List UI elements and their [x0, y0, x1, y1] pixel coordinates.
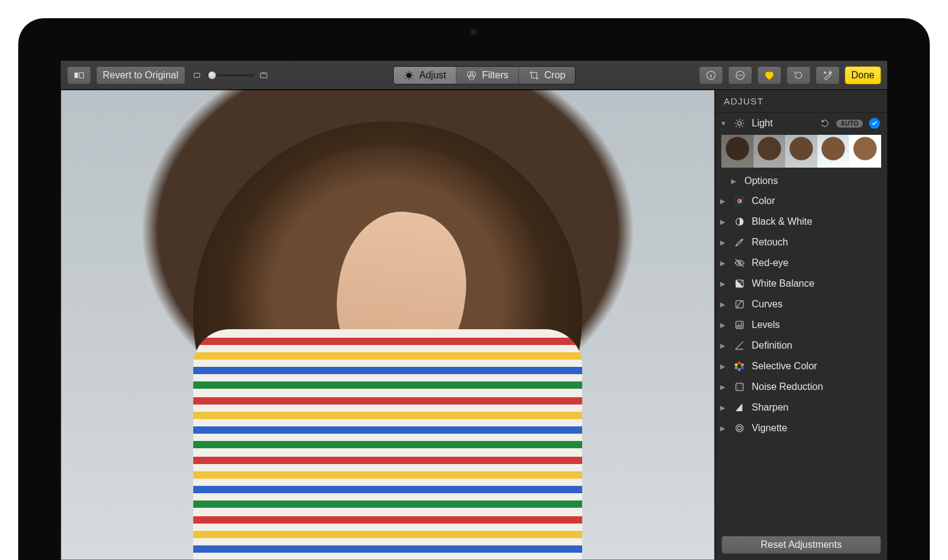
- light-preview-strip[interactable]: [715, 134, 887, 171]
- tab-filters[interactable]: Filters: [456, 67, 519, 84]
- light-options-label: Options: [744, 176, 880, 186]
- adjust-icon: [404, 70, 414, 81]
- revert-button[interactable]: Revert to Original: [96, 66, 185, 84]
- zoom-track[interactable]: [206, 74, 255, 77]
- compare-toggle-button[interactable]: [67, 66, 91, 84]
- light-thumb-2[interactable]: [754, 135, 786, 168]
- photo-subject-hair: [193, 121, 582, 510]
- svg-point-13: [738, 121, 741, 125]
- adjust-section-redeye[interactable]: ▶ Red-eye: [715, 253, 887, 273]
- svg-point-25: [741, 384, 742, 385]
- svg-rect-0: [75, 72, 78, 78]
- adjust-section-retouch[interactable]: ▶ Retouch: [715, 232, 887, 253]
- rotate-button[interactable]: [786, 66, 811, 84]
- adjust-section-light[interactable]: ▼ Light AUTO: [715, 113, 887, 134]
- selective-color-icon: [733, 360, 746, 372]
- svg-rect-3: [260, 72, 267, 77]
- laptop-frame: Revert to Original: [0, 0, 948, 560]
- auto-enhance-button[interactable]: [816, 66, 840, 84]
- light-thumb-1[interactable]: [721, 135, 754, 168]
- webcam: [470, 28, 478, 36]
- adjust-section-selcolor[interactable]: ▶ Selective Color: [715, 356, 887, 377]
- adjust-section-vignette[interactable]: ▶ Vignette: [715, 418, 887, 439]
- favorite-button[interactable]: [757, 66, 781, 84]
- info-button[interactable]: [699, 66, 723, 84]
- color-label: Color: [752, 196, 880, 207]
- disclosure-icon: ▶: [720, 239, 727, 246]
- light-thumb-3[interactable]: [785, 135, 817, 168]
- disclosure-icon: ▶: [720, 425, 727, 432]
- definition-label: Definition: [752, 340, 880, 351]
- light-thumb-4[interactable]: [817, 135, 850, 168]
- definition-icon: [733, 340, 746, 352]
- svg-rect-19: [736, 383, 743, 391]
- app-window: Revert to Original: [61, 61, 887, 560]
- vignette-label: Vignette: [752, 423, 880, 434]
- adjust-section-sharpen[interactable]: ▶ Sharpen: [715, 397, 887, 418]
- zoom-out-icon: [193, 71, 201, 80]
- adjust-section-bw[interactable]: ▶ Black & White: [715, 211, 887, 232]
- done-button[interactable]: Done: [845, 66, 881, 84]
- svg-point-26: [736, 425, 743, 432]
- light-options-row[interactable]: ▶ Options: [715, 171, 887, 191]
- photo-canvas[interactable]: [61, 90, 715, 560]
- adjust-section-color[interactable]: ▶ Color: [715, 191, 887, 211]
- zoom-slider[interactable]: [190, 71, 270, 80]
- info-icon: [706, 70, 716, 81]
- adjust-section-definition[interactable]: ▶ Definition: [715, 335, 887, 356]
- svg-point-12: [741, 75, 743, 76]
- levels-label: Levels: [752, 319, 880, 330]
- color-icon: [733, 195, 746, 207]
- enabled-checkmark[interactable]: [869, 118, 880, 129]
- adjust-section-wb[interactable]: ▶ White Balance: [715, 273, 887, 294]
- undo-icon[interactable]: [820, 118, 830, 128]
- adjust-section-curves[interactable]: ▶ Curves: [715, 294, 887, 315]
- red-eye-icon: [733, 257, 746, 269]
- retouch-icon: [733, 236, 746, 248]
- disclosure-icon: ▶: [731, 178, 738, 185]
- svg-point-22: [738, 388, 739, 388]
- curves-icon: [733, 298, 746, 310]
- zoom-in-icon: [259, 71, 268, 80]
- disclosure-icon: ▶: [720, 322, 727, 329]
- disclosure-icon: ▶: [720, 343, 727, 349]
- bw-label: Black & White: [752, 216, 880, 227]
- wb-label: White Balance: [752, 278, 880, 289]
- light-thumb-5[interactable]: [849, 135, 881, 168]
- levels-icon: [733, 319, 746, 331]
- disclosure-icon: ▶: [720, 219, 727, 225]
- editor-body: ADJUST ▼ Light: [61, 90, 887, 560]
- zoom-knob[interactable]: [208, 71, 216, 80]
- split-view-icon: [74, 70, 84, 81]
- adjust-section-levels[interactable]: ▶ Levels: [715, 315, 887, 335]
- noise-label: Noise Reduction: [752, 381, 880, 392]
- more-button[interactable]: [728, 66, 752, 84]
- tab-crop[interactable]: Crop: [519, 67, 575, 84]
- photo-subject-shirt: [193, 329, 582, 560]
- svg-point-11: [740, 75, 741, 76]
- disclosure-icon: ▶: [720, 363, 727, 370]
- reset-adjustments-button[interactable]: Reset Adjustments: [721, 536, 881, 554]
- adjust-section-noise[interactable]: ▶ Noise: [715, 377, 887, 397]
- svg-rect-2: [194, 73, 199, 77]
- svg-point-10: [738, 75, 739, 76]
- crop-icon: [529, 70, 540, 81]
- toolbar: Revert to Original: [61, 61, 887, 90]
- rotate-icon: [793, 70, 804, 81]
- disclosure-open-icon: ▼: [720, 120, 727, 127]
- tab-crop-label: Crop: [544, 70, 566, 81]
- photo-subject-face: [326, 203, 476, 390]
- svg-point-23: [741, 388, 741, 389]
- light-label: Light: [752, 118, 814, 129]
- edit-mode-tabs: Adjust Filters Crop: [393, 66, 576, 84]
- sidebar-title: ADJUST: [715, 90, 887, 113]
- svg-point-21: [740, 385, 741, 386]
- disclosure-icon: ▶: [720, 301, 727, 308]
- svg-point-27: [738, 426, 741, 430]
- auto-badge[interactable]: AUTO: [836, 120, 863, 128]
- disclosure-icon: ▶: [720, 198, 727, 205]
- ellipsis-icon: [735, 70, 746, 81]
- white-balance-icon: [733, 278, 746, 290]
- svg-point-4: [407, 73, 411, 78]
- tab-adjust[interactable]: Adjust: [394, 67, 456, 84]
